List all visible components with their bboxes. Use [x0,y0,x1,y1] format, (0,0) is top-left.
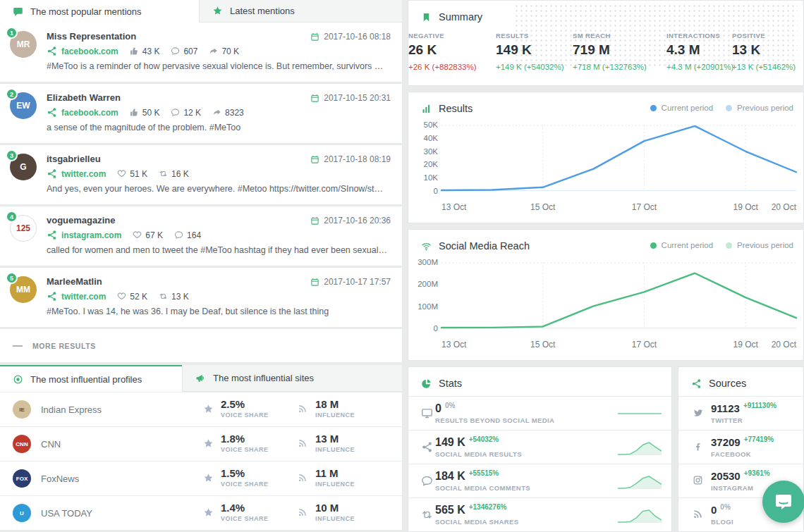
stat-icon [174,230,183,240]
summary-stat-results: RESULTS 149 K +149 K (+54032%) [496,32,564,71]
stats-header: Stats [408,367,671,396]
chat-bubble-icon [13,6,23,17]
mention-stat: 607 [171,47,197,56]
tab-influential-profiles[interactable]: The most influential profiles [0,365,182,392]
facebook-icon [693,441,703,452]
profile-logo: FOX [13,469,31,488]
sparkline [618,507,662,524]
share-icon [47,168,57,179]
mention-stat: 8323 [212,108,244,118]
share-icon [47,230,57,240]
pie-chart-icon [421,378,432,389]
influence-metric: 13 MINFLUENCE [315,433,355,453]
summary-panel: Summary RESULTS 149 K +149 K (+54032%) S… [408,0,804,86]
influential-tabs: The most influential profiles The most i… [0,365,402,392]
mention-author: Elizabeth Warren [47,92,296,103]
tab-influential-sites[interactable]: The most influential sites [182,365,402,392]
x-axis: 13 Oct15 Oct17 Oct19 Oct20 Oct [441,340,796,351]
y-axis: 50K40K30K20K10K0 [414,125,438,191]
rss-icon [298,507,307,517]
results-line-chart: 50K40K30K20K10K0 13 Oct15 Oct17 Oct19 Oc… [408,92,803,223]
source-row-twitter: 91123+911130% TWITTER [678,396,803,430]
star-icon [203,473,214,483]
mentions-tabs: The most popular mentions Latest mention… [0,0,402,23]
profile-name: USA TODAY [41,508,92,519]
source-link[interactable]: facebook.com [47,46,118,56]
stat-icon [171,108,180,117]
profile-row[interactable]: IE Indian Express 2.5%VOICE SHARE 18 MIN… [0,392,402,426]
mention-card[interactable]: 4 125 2017-10-16 20:36 voguemagazine ins… [0,206,402,266]
calendar-icon [310,94,319,103]
mention-body: MarleeMatlin twitter.com 52 K 13 K [47,268,402,316]
profile-row[interactable]: FOX FoxNews 1.5%VOICE SHARE 11 MINFLUENC… [0,461,402,495]
mention-stat: 51 K [117,169,147,179]
mention-card[interactable]: 1 MR 2017-10-16 08:18 Miss Representatio… [0,23,402,82]
profile-name: FoxNews [41,474,79,484]
stat-icon [159,292,168,301]
stat-icon [209,47,218,56]
dashboard: The most popular mentions Latest mention… [0,0,804,532]
mention-date: 2017-10-18 08:19 [310,154,391,164]
panel-title: Stats [439,378,462,389]
tab-label: The most influential profiles [30,374,142,385]
influence-metric: 11 MINFLUENCE [315,467,355,488]
mention-card[interactable]: 5 MM 2017-10-17 17:57 MarleeMatlin twitt… [0,268,402,327]
mention-author: itsgabrielleu [47,154,296,164]
stat-icon [130,47,139,56]
rss-icon [298,473,307,483]
rss-icon [298,404,307,414]
sources-header: Sources [678,367,803,396]
rank-badge: 2 [6,88,18,100]
mention-author: MarleeMatlin [47,276,296,287]
influence-metric: 18 MINFLUENCE [315,398,355,419]
instagram-icon [693,475,703,485]
mention-text: called for women and men to tweet the #M… [47,245,388,255]
mention-date: 2017-10-16 08:18 [310,32,391,42]
source-link[interactable]: twitter.com [47,168,106,179]
more-results-button[interactable]: MORE RESULTS [0,329,402,362]
mention-body: Elizabeth Warren facebook.com 50 K 12 K [47,84,402,132]
rss-icon [298,438,307,448]
chat-widget-button[interactable] [762,481,804,523]
calendar-icon [310,155,319,164]
stat-icon [130,108,139,117]
stats-row-beyond-social: 00% RESULTS BEYOND SOCIAL MEDIA [408,396,671,430]
stats-panel: Stats 00% RESULTS BEYOND SOCIAL MEDIA 14… [408,366,672,532]
mention-card[interactable]: 3 G 2017-10-18 08:19 itsgabrielleu twitt… [0,145,402,204]
mention-author: voguemagazine [47,215,296,225]
profile-logo: CNN [13,435,31,453]
stat-icon [133,230,142,240]
profile-row[interactable]: CNN CNN 1.8%VOICE SHARE 13 MINFLUENCE [0,426,402,461]
share-icon [47,107,57,118]
source-link[interactable]: facebook.com [47,107,118,118]
voice-share-metric: 1.5%VOICE SHARE [221,467,269,488]
retweet-icon [421,509,433,521]
mention-card[interactable]: 2 EW 2017-10-15 20:31 Elizabeth Warren f… [0,84,402,143]
source-link[interactable]: twitter.com [47,291,106,302]
stat-icon [117,169,126,178]
mention-stat: 70 K [209,47,239,56]
tab-most-popular-mentions[interactable]: The most popular mentions [0,0,199,23]
calendar-icon [310,278,319,287]
mention-meta: facebook.com 50 K 12 K 8323 [47,107,296,118]
stat-icon [159,169,168,178]
calendar-icon [310,216,319,225]
share-icon [47,46,57,56]
influence-metric: 10 MINFLUENCE [315,502,355,522]
mentions-column: The most popular mentions Latest mention… [0,0,402,532]
megaphone-icon [195,373,206,383]
tab-label: Latest mentions [230,6,295,16]
sparkline [618,473,662,490]
summary-header: Summary [408,1,803,30]
rss-icon [693,509,703,519]
mention-body: itsgabrielleu twitter.com 51 K 16 K [47,145,402,194]
mention-stat: 43 K [130,47,160,56]
rank-badge: 4 [6,211,18,223]
mention-stat: 52 K [117,292,147,302]
profile-row[interactable]: U USA TODAY 1.4%VOICE SHARE 10 MINFLUENC… [0,495,402,530]
voice-share-metric: 2.5%VOICE SHARE [221,398,269,419]
profile-name: Indian Express [41,404,102,415]
source-link[interactable]: instagram.com [47,230,121,240]
tab-latest-mentions[interactable]: Latest mentions [199,0,402,23]
sparkline [618,439,662,456]
